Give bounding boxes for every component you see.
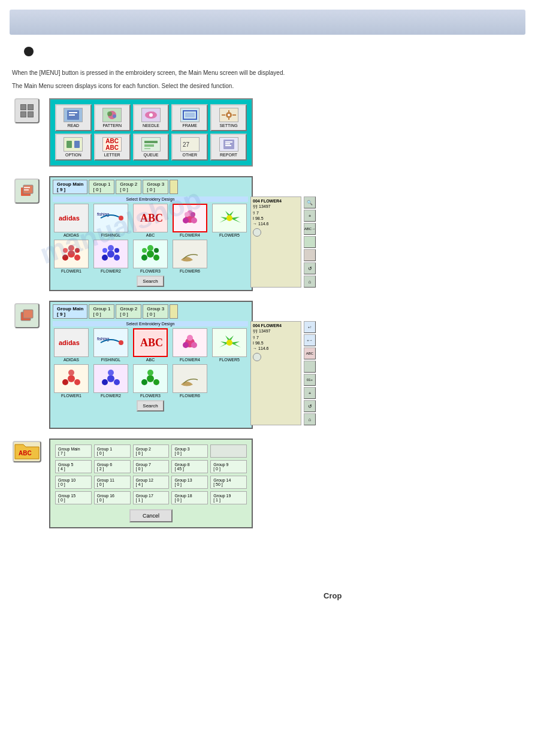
menu-item-option[interactable]: OPTION	[55, 134, 92, 161]
svg-point-50	[114, 255, 120, 261]
rs-btn-refresh-2[interactable]: ↺	[304, 400, 316, 412]
menu-item-report[interactable]: REPORT	[210, 134, 247, 161]
pattern-thumb-flower3-2[interactable]: FLOWER3	[132, 364, 169, 398]
group-tab-3-1[interactable]: Group 3[ 0 ]	[143, 180, 168, 194]
group-cell-19[interactable]: Group 19[ 1 ]	[210, 491, 247, 504]
thumb-label-adidas-1: ADIDAS	[53, 233, 90, 237]
pattern-thumb-flower3-1[interactable]: FLOWER3	[132, 240, 169, 273]
pattern-thumb-fishingl-2[interactable]: fishing FISHINGL	[92, 328, 129, 362]
menu-item-setting[interactable]: SETTING	[210, 104, 247, 131]
group-tab-extra-1[interactable]	[170, 180, 178, 194]
group-icon-button[interactable]: ABC	[13, 441, 41, 462]
pattern-icon-button[interactable]	[14, 179, 40, 204]
menu-item-needle[interactable]: NEEDLE	[133, 104, 170, 131]
group-cell-2[interactable]: Group 2[ 0 ]	[133, 444, 170, 458]
svg-point-11	[228, 114, 230, 116]
svg-rect-25	[225, 145, 231, 146]
menu-item-pattern[interactable]: PATTERN	[94, 104, 131, 131]
pattern-thumb-flower1-1[interactable]: FLOWER1	[53, 240, 90, 273]
menu-item-read[interactable]: READ	[55, 104, 92, 131]
group-tab-extra-2[interactable]	[170, 304, 178, 319]
group-cell-4[interactable]	[210, 444, 247, 458]
menu-grid: READ PATTERN NEEDLE	[55, 104, 247, 161]
group-cell-13[interactable]: Group 13[ 0 ]	[171, 476, 208, 489]
group-tab-main-2[interactable]: Group Main[ 9 ]	[53, 304, 87, 319]
group-cell-18[interactable]: Group 18[ 0 ]	[171, 491, 208, 504]
svg-point-37	[191, 217, 197, 223]
group-cell-7[interactable]: Group 7[ 0 ]	[133, 460, 170, 473]
group-tab-2-1[interactable]: Group 2[ 0 ]	[116, 180, 141, 194]
rs-btn-abc-1[interactable]: ABC→	[304, 223, 316, 235]
group-cell-1[interactable]: Group 1[ 0 ]	[94, 444, 131, 458]
pattern-thumb-flower1-2[interactable]: FLOWER1	[53, 364, 90, 398]
pattern-thumb-adidas-2[interactable]: adidas ADIDAS	[53, 328, 90, 362]
group-cell-main[interactable]: Group Main[ 7 ]	[55, 444, 92, 458]
menu-item-frame[interactable]: FRAME	[171, 104, 208, 131]
group-tab-main-1[interactable]: Group Main[ 9 ]	[53, 180, 87, 194]
pattern-thumb-flower4-2[interactable]: FLOWER4	[171, 328, 208, 362]
rs-btn-num-2[interactable]: 01+	[304, 374, 316, 386]
search-button-2[interactable]: Search	[137, 400, 164, 412]
group-cell-3[interactable]: Group 3[ 0 ]	[171, 444, 208, 458]
rs-btn-refresh-1[interactable]: ↺	[304, 262, 316, 274]
pattern-thumb-fishingl-1[interactable]: fishing FISHINGL	[92, 204, 129, 237]
group-cell-14[interactable]: Group 14[ 50 ]	[210, 476, 247, 489]
rs-btn-plus-2[interactable]: +	[304, 387, 316, 399]
group-tab-1-2[interactable]: Group 1[ 0 ]	[89, 304, 114, 319]
svg-rect-60	[23, 310, 33, 318]
svg-text:ABC: ABC	[19, 450, 32, 456]
group-cell-9[interactable]: Group 9[ 0 ]	[210, 460, 247, 473]
svg-point-40	[226, 215, 232, 221]
group-cell-10[interactable]: Group 10[ 0 ]	[55, 476, 92, 489]
group-tab-1-1[interactable]: Group 1[ 0 ]	[89, 180, 114, 194]
group-cell-12[interactable]: Group 12[ 4 ]	[133, 476, 170, 489]
pattern-thumb-abc-1[interactable]: ABC ABC	[132, 204, 169, 237]
menu-item-letter[interactable]: ABCABC LETTER	[94, 134, 131, 161]
rs-btn-tr-2[interactable]: +→	[304, 334, 316, 346]
pattern-thumb-flower4-1[interactable]: FLOWER4	[171, 204, 208, 237]
group-cell-16[interactable]: Group 16[ 0 ]	[94, 491, 131, 504]
pattern-thumb-flower5-2[interactable]: FLOWER5	[211, 328, 248, 362]
cancel-button[interactable]: Cancel	[129, 509, 173, 522]
menu-label-other: OTHER	[174, 153, 205, 157]
group-cell-15[interactable]: Group 15[ 0 ]	[55, 491, 92, 504]
rs-btn-tl-2[interactable]: +↑	[304, 321, 316, 333]
group-tab-2-2[interactable]: Group 2[ 0 ]	[116, 304, 141, 319]
pattern-thumb-flower2-1[interactable]: FLOWER2	[92, 240, 129, 273]
rs-btn-search-1[interactable]: 🔍	[304, 196, 316, 208]
thumb-label-flower4-1: FLOWER4	[171, 233, 208, 237]
svg-point-46	[75, 248, 80, 253]
info-colors-icon-2: ﾘ	[253, 335, 255, 340]
pattern-thumb-abc-2[interactable]: ABC ABC	[132, 328, 169, 362]
rs-btn-home-1[interactable]: ⌂	[304, 276, 316, 288]
group-cell-5[interactable]: Group 5[ 4 ]	[55, 460, 92, 473]
rs-btn-home-2[interactable]: ⌂	[304, 413, 316, 425]
desc-line-2: The Main Menu screen displays icons for …	[12, 81, 523, 91]
pattern-icon-button-2[interactable]	[14, 303, 40, 328]
group-cell-8[interactable]: Group 8[ 45 ]	[171, 460, 208, 473]
pattern-thumb-flower6-1[interactable]: FLOWER6	[171, 240, 208, 273]
rs-btn-3-1[interactable]	[304, 236, 316, 248]
group-cell-17[interactable]: Group 17[ 1 ]	[133, 491, 170, 504]
rs-btn-4-1[interactable]	[304, 249, 316, 261]
info-height-val-1: 114.6	[258, 222, 269, 226]
main-menu-panel: READ PATTERN NEEDLE	[49, 98, 253, 167]
group-tab-3-2[interactable]: Group 3[ 0 ]	[143, 304, 168, 319]
menu-label-read: READ	[58, 123, 89, 128]
search-button-1[interactable]: Search	[137, 276, 164, 287]
rs-btn-up-1[interactable]: +	[304, 210, 316, 222]
menu-item-queue[interactable]: QUEUE	[133, 134, 170, 161]
svg-point-49	[102, 255, 108, 261]
svg-rect-28	[24, 187, 30, 188]
group-cell-11[interactable]: Group 11[ 0 ]	[94, 476, 131, 489]
rs-btn-abc-2[interactable]: ABC	[304, 347, 316, 359]
rs-btn-img-2[interactable]	[304, 361, 316, 373]
menu-item-other[interactable]: 27 OTHER	[171, 134, 208, 161]
main-menu-icon-button[interactable]	[14, 98, 40, 123]
pattern-thumb-flower6-2[interactable]: FLOWER6	[171, 364, 208, 398]
group-cell-6[interactable]: Group 6[ 2 ]	[94, 460, 131, 473]
pattern-thumb-flower5-1[interactable]: FLOWER5	[211, 204, 248, 237]
svg-rect-29	[24, 189, 29, 190]
pattern-thumb-adidas-1[interactable]: adidas ADIDAS	[53, 204, 90, 237]
pattern-thumb-flower2-2[interactable]: FLOWER2	[92, 364, 129, 398]
